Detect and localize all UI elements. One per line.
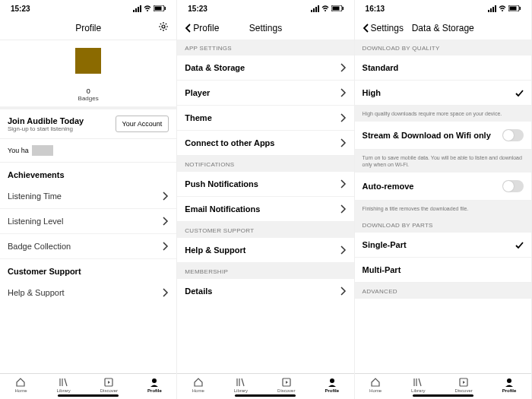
chevron-right-icon xyxy=(162,192,169,201)
tab-library[interactable]: Library xyxy=(234,377,248,393)
library-icon xyxy=(413,377,423,388)
gear-icon xyxy=(158,21,169,32)
tab-discover[interactable]: Discover xyxy=(454,377,472,393)
tab-home[interactable]: Home xyxy=(14,377,27,393)
page-title: Profile xyxy=(0,23,176,33)
chevron-right-icon xyxy=(340,113,347,122)
tab-profile[interactable]: Profile xyxy=(502,377,517,393)
section-advanced: ADVANCED xyxy=(355,283,531,299)
chevron-right-icon xyxy=(162,217,169,226)
back-button[interactable]: Profile xyxy=(185,23,219,33)
row-player[interactable]: Player xyxy=(177,81,353,106)
profile-header: 0 Badges xyxy=(0,40,176,106)
discover-icon xyxy=(281,377,292,388)
wifi-icon xyxy=(321,5,329,12)
profile-icon xyxy=(504,377,515,388)
row-quality-standard[interactable]: Standard xyxy=(355,55,531,81)
join-subtitle: Sign-up to start listening xyxy=(8,125,84,132)
tab-discover[interactable]: Discover xyxy=(100,377,118,393)
status-time: 16:13 xyxy=(366,5,385,13)
back-button[interactable]: Settings xyxy=(363,23,404,33)
tab-library[interactable]: Library xyxy=(411,377,425,393)
avatar[interactable] xyxy=(75,48,101,74)
row-quality-high[interactable]: High xyxy=(355,81,531,106)
chevron-right-icon xyxy=(340,63,347,72)
signal-icon xyxy=(488,5,496,12)
status-time: 15:23 xyxy=(11,5,30,13)
row-badge-collection[interactable]: Badge Collection xyxy=(0,234,176,259)
settings-screen: 15:23 Profile Settings APP SETTINGS Data… xyxy=(177,0,354,399)
tab-profile[interactable]: Profile xyxy=(325,377,339,393)
you-have-row: You ha xyxy=(0,139,176,162)
nav-bar: Profile Settings xyxy=(177,17,353,40)
chevron-right-icon xyxy=(340,179,347,188)
row-email-notifications[interactable]: Email Notifications xyxy=(177,197,353,222)
tab-bar: Home Library Discover Profile xyxy=(355,373,531,393)
section-customer-support: CUSTOMER SUPPORT xyxy=(177,222,353,238)
row-help-support[interactable]: Help & Support xyxy=(177,238,353,263)
join-title: Join Audible Today xyxy=(8,116,84,125)
section-notifications: NOTIFICATIONS xyxy=(177,156,353,172)
library-icon xyxy=(236,377,246,388)
chevron-left-icon xyxy=(185,24,192,33)
status-bar: 16:13 xyxy=(355,0,531,17)
row-details[interactable]: Details xyxy=(177,279,353,303)
tab-home[interactable]: Home xyxy=(369,377,382,393)
chevron-right-icon xyxy=(340,204,347,214)
discover-icon xyxy=(458,377,469,388)
wifi-icon xyxy=(144,5,151,12)
row-wifi-only[interactable]: Stream & Download on Wifi only xyxy=(355,122,531,150)
row-help-support[interactable]: Help & Support xyxy=(0,280,176,305)
chevron-right-icon xyxy=(340,245,347,255)
auto-remove-hint: Finishing a title removes the downloaded… xyxy=(355,201,531,217)
nav-bar: Settings Data & Storage xyxy=(355,17,531,40)
library-icon xyxy=(59,377,69,388)
profile-icon xyxy=(327,377,337,388)
battery-icon xyxy=(154,5,166,11)
row-listening-level[interactable]: Listening Level xyxy=(0,209,176,234)
row-auto-remove[interactable]: Auto-remove xyxy=(355,173,531,201)
section-download-parts: DOWNLOAD BY PARTS xyxy=(355,217,531,233)
tab-library[interactable]: Library xyxy=(56,377,70,393)
settings-button[interactable] xyxy=(158,21,169,35)
home-indicator[interactable] xyxy=(413,394,473,397)
home-icon xyxy=(370,377,381,388)
row-theme[interactable]: Theme xyxy=(177,106,353,131)
wifi-toggle[interactable] xyxy=(502,129,524,141)
tab-discover[interactable]: Discover xyxy=(277,377,295,393)
home-icon xyxy=(193,377,204,388)
row-connect-apps[interactable]: Connect to other Apps xyxy=(177,131,353,156)
nav-bar: Profile xyxy=(0,17,176,40)
home-indicator[interactable] xyxy=(235,394,296,397)
check-icon xyxy=(515,90,524,97)
data-storage-screen: 16:13 Settings Data & Storage DOWNLOAD B… xyxy=(355,0,532,399)
tab-bar: Home Library Discover Profile xyxy=(0,373,176,393)
wifi-icon xyxy=(499,5,506,12)
tab-profile[interactable]: Profile xyxy=(147,377,162,393)
tab-home[interactable]: Home xyxy=(192,377,204,393)
auto-remove-toggle[interactable] xyxy=(502,180,524,192)
row-listening-time[interactable]: Listening Time xyxy=(0,184,176,209)
status-time: 15:23 xyxy=(188,5,207,13)
profile-icon xyxy=(149,377,160,388)
chevron-right-icon xyxy=(340,287,347,296)
status-bar: 15:23 xyxy=(177,0,353,17)
redacted xyxy=(32,145,53,156)
row-single-part[interactable]: Single-Part xyxy=(355,233,531,258)
signal-icon xyxy=(311,5,319,12)
check-icon xyxy=(515,242,524,249)
your-account-button[interactable]: Your Account xyxy=(116,116,169,132)
profile-screen: 15:23 Profile 0 Badges Join Audible Toda… xyxy=(0,0,177,399)
chevron-right-icon xyxy=(162,242,169,251)
chevron-right-icon xyxy=(340,88,347,97)
home-icon xyxy=(15,377,26,388)
chevron-left-icon xyxy=(363,24,369,33)
section-membership: MEMBERSHIP xyxy=(177,263,353,279)
row-multi-part[interactable]: Multi-Part xyxy=(355,258,531,283)
row-push-notifications[interactable]: Push Notifications xyxy=(177,172,353,197)
home-indicator[interactable] xyxy=(58,394,119,397)
discover-icon xyxy=(103,377,114,388)
chevron-right-icon xyxy=(340,138,347,147)
customer-support-header: Customer Support xyxy=(0,259,176,280)
row-data-storage[interactable]: Data & Storage xyxy=(177,55,353,81)
